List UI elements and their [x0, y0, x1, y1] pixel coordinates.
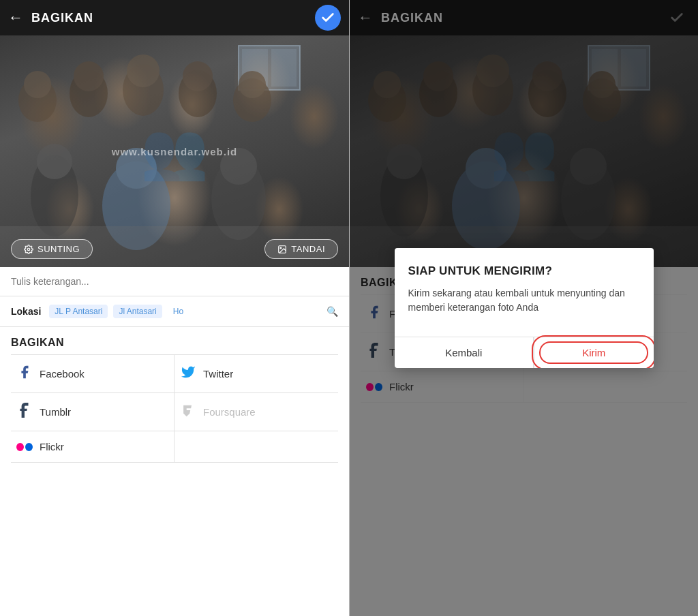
dialog-body: Kirim sekarang atau kembali untuk menyun… [408, 286, 640, 315]
share-item-flickr[interactable]: Flickr [11, 431, 174, 463]
share-item-tumblr[interactable]: Tumblr [11, 393, 174, 431]
svg-point-16 [116, 148, 157, 189]
location-tag-3[interactable]: Ho [168, 305, 189, 318]
caption-input[interactable] [11, 276, 338, 287]
location-search-icon[interactable]: 🔍 [327, 306, 338, 317]
location-label: Lokasi [11, 306, 41, 317]
flickr-label: Flickr [40, 441, 64, 452]
location-tag-1[interactable]: JL P Antasari [49, 305, 108, 318]
caption-area[interactable] [0, 267, 349, 296]
sunting-button[interactable]: SUNTING [11, 239, 93, 259]
left-photo-area: www.kusnendar.web.id SUNTING TANDAI [0, 35, 349, 267]
svg-rect-2 [271, 49, 297, 87]
svg-point-8 [127, 55, 160, 87]
tumblr-label: Tumblr [40, 406, 71, 418]
dialog-overlay: SIAP UNTUK MENGIRIM? Kirim sekarang atau… [350, 0, 698, 616]
dialog-send-wrapper: Kirim [534, 337, 654, 368]
dialog-title: SIAP UNTUK MENGIRIM? [408, 264, 640, 278]
foursquare-icon [180, 403, 196, 421]
svg-point-6 [74, 61, 104, 91]
svg-point-12 [239, 71, 266, 98]
location-tag-2[interactable]: Jl Antasari [113, 305, 162, 318]
left-panel: ← BAGIKAN [0, 0, 349, 616]
svg-point-4 [24, 71, 51, 98]
right-panel: ← BAGIKAN [349, 0, 698, 616]
svg-point-18 [220, 148, 257, 185]
twitter-icon [180, 365, 196, 383]
svg-point-10 [183, 61, 213, 91]
left-share-section: BAGIKAN Facebook Twitter [0, 327, 349, 468]
svg-point-14 [37, 144, 72, 179]
left-check-button[interactable] [315, 5, 341, 31]
dialog-back-button[interactable]: Kembali [395, 337, 534, 368]
tandai-label: TANDAI [291, 244, 325, 254]
left-share-grid: Facebook Twitter Tumblr [11, 354, 338, 463]
left-header: ← BAGIKAN [0, 0, 349, 35]
dialog-box: SIAP UNTUK MENGIRIM? Kirim sekarang atau… [395, 248, 654, 368]
photo-buttons: SUNTING TANDAI [0, 239, 349, 259]
svg-point-20 [27, 248, 30, 251]
dialog-buttons: Kembali Kirim [395, 337, 654, 368]
left-share-title: BAGIKAN [11, 337, 338, 349]
share-item-facebook[interactable]: Facebook [11, 355, 174, 393]
share-item-empty [174, 431, 338, 463]
svg-point-22 [280, 247, 282, 249]
tumblr-icon [16, 403, 33, 421]
left-group-photo [0, 35, 349, 267]
facebook-icon [16, 365, 33, 383]
dialog-content: SIAP UNTUK MENGIRIM? Kirim sekarang atau… [395, 248, 654, 326]
foursquare-label: Foursquare [203, 406, 256, 418]
dialog-send-button[interactable]: Kirim [534, 337, 654, 368]
left-header-title: BAGIKAN [31, 11, 315, 25]
twitter-label: Twitter [203, 368, 233, 380]
flickr-icon [16, 443, 33, 451]
left-back-button[interactable]: ← [8, 9, 23, 27]
facebook-label: Facebook [40, 368, 85, 380]
location-row: Lokasi JL P Antasari Jl Antasari Ho 🔍 [0, 296, 349, 327]
tandai-button[interactable]: TANDAI [264, 239, 338, 259]
share-item-twitter[interactable]: Twitter [174, 355, 338, 393]
share-item-foursquare[interactable]: Foursquare [174, 393, 338, 431]
sunting-label: SUNTING [37, 244, 80, 254]
